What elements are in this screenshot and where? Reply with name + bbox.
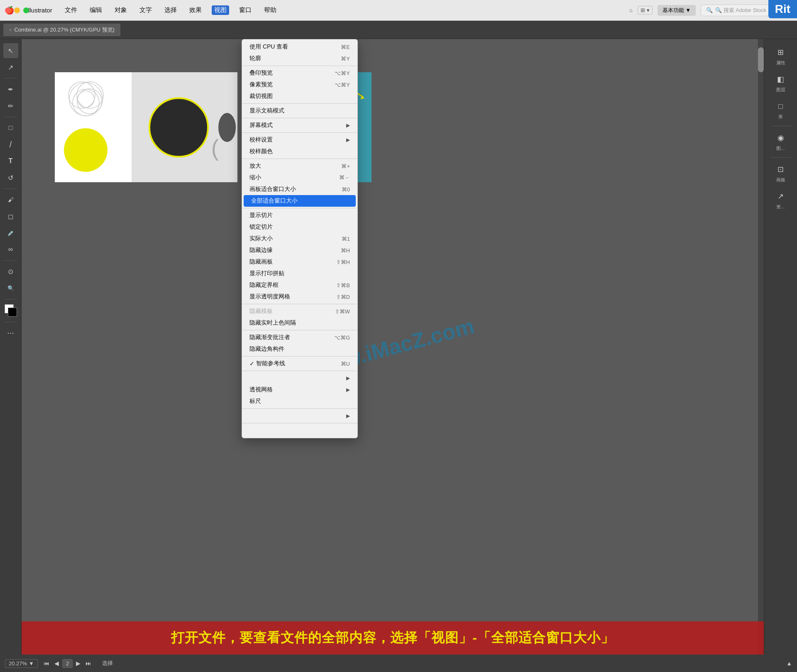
properties-icon: ⊞ <box>775 46 787 58</box>
panel-libraries[interactable]: □ 库 <box>766 97 795 123</box>
panel-properties[interactable]: ⊞ 属性 <box>766 43 795 69</box>
tool-line[interactable]: / <box>3 137 18 152</box>
tool-direct-selection[interactable]: ↗ <box>3 60 18 75</box>
menubar-help[interactable]: 帮助 <box>262 5 279 15</box>
color-swatch[interactable] <box>5 304 17 317</box>
more-tools-button[interactable]: ··· <box>7 328 14 337</box>
menu-show-grid[interactable] <box>242 425 357 436</box>
menu-hide-gradient-annotator[interactable]: 隐藏渐变批注者 ⌥⌘G <box>242 332 357 343</box>
artboard-1-left <box>55 72 132 182</box>
tool-rotate[interactable]: ↺ <box>3 170 18 185</box>
menu-sep-5 <box>242 159 357 159</box>
menu-outline[interactable]: 轮廓 ⌘Y <box>242 53 357 64</box>
layers-icon: ◧ <box>775 73 787 85</box>
panel-artboards[interactable]: ⊡ 画板 <box>766 160 795 186</box>
maximize-button[interactable] <box>23 7 29 13</box>
nav-next[interactable]: ▶ <box>74 659 82 667</box>
menu-sep-4 <box>242 132 357 133</box>
menu-perspective-grid[interactable]: ▶ <box>242 372 357 384</box>
menu-show-print-tiling[interactable]: 显示打印拼贴 <box>242 268 357 279</box>
menubar-file[interactable]: 文件 <box>62 5 80 15</box>
tool-pencil[interactable]: ✏ <box>3 98 18 113</box>
menubar-edit[interactable]: 编辑 <box>87 5 105 15</box>
home-icon[interactable]: ⌂ <box>629 7 633 13</box>
circles-outline-svg <box>65 78 107 120</box>
minimize-button[interactable] <box>14 7 20 13</box>
bracket-char: ( <box>211 137 219 159</box>
menubar-view[interactable]: 视图 <box>212 5 229 15</box>
tool-separator-3 <box>5 188 17 189</box>
menu-show-slices[interactable]: 显示切片 <box>242 210 357 221</box>
menu-zoom-out[interactable]: 缩小 ⌘－ <box>242 172 357 183</box>
menu-crop-view[interactable]: 裁切视图 <box>242 90 357 102</box>
tool-type[interactable]: T <box>3 154 18 169</box>
menu-smart-guides[interactable]: ✓智能参考线 ⌘U <box>242 358 357 369</box>
layout-switcher[interactable]: ⊞ ▾ <box>638 6 653 15</box>
menubar-type[interactable]: 文字 <box>137 5 154 15</box>
menu-guides[interactable]: ▶ <box>242 410 357 422</box>
nav-first[interactable]: ⏮ <box>42 659 51 667</box>
menu-hide-bounding-box[interactable]: 隐藏定界框 ⇧⌘B <box>242 279 357 291</box>
menu-overprint-preview[interactable]: 叠印预览 ⌥⌘Y <box>242 67 357 79</box>
tool-selection[interactable]: ↖ <box>3 43 18 58</box>
menubar-object[interactable]: 对象 <box>112 5 130 15</box>
menu-hide-edges[interactable]: 隐藏边缘 ⌘H <box>242 244 357 256</box>
menu-pixel-preview[interactable]: 像素预览 ⌥⌘Y <box>242 79 357 90</box>
menubar-effect[interactable]: 效果 <box>187 5 204 15</box>
menubar-select[interactable]: 选择 <box>162 5 179 15</box>
status-arrow[interactable]: ▲ <box>786 660 792 667</box>
page-number[interactable]: 2 <box>62 659 73 668</box>
menu-zoom-in[interactable]: 放大 ⌘+ <box>242 160 357 172</box>
stroke-color[interactable] <box>8 308 17 317</box>
panel-separator-1 <box>770 126 791 126</box>
menu-hide-live-paint-gaps[interactable]: 隐藏实时上色间隔 <box>242 317 357 329</box>
menu-hide-artboards[interactable]: 隐藏画板 ⇧⌘H <box>242 256 357 268</box>
workspace-button[interactable]: 基本功能 ▼ <box>658 5 696 16</box>
menu-show-transparency-grid[interactable]: 显示透明度网格 ⇧⌘D <box>242 291 357 303</box>
page-navigation: ⏮ ◀ 2 ▶ ⏭ <box>42 659 93 668</box>
document-tab[interactable]: × Combine.ai @ 20.27% (CMYK/GPU 预览) <box>3 24 120 36</box>
tool-eyedropper[interactable]: 💉 <box>3 225 18 240</box>
menu-proof-colors[interactable]: 校样颜色 <box>242 146 357 157</box>
tool-zoom[interactable]: 🔍 <box>3 281 18 296</box>
menu-lock-slices[interactable]: 锁定切片 <box>242 221 357 233</box>
menu-screen-mode[interactable]: 屏幕模式 ▶ <box>242 120 357 131</box>
statusbar: 20.27% ▼ ⏮ ◀ 2 ▶ ⏭ 选择 ▲ <box>0 655 797 672</box>
tool-rectangle[interactable]: □ <box>3 120 18 135</box>
panel-separator-2 <box>770 157 791 158</box>
selection-mode: 选择 <box>102 660 113 667</box>
menu-proof-setup[interactable]: 校样设置 ▶ <box>242 134 357 146</box>
zoom-level[interactable]: 20.27% ▼ <box>5 659 38 668</box>
menu-fit-all[interactable]: 全部适合窗口大小 <box>244 195 356 207</box>
nav-prev[interactable]: ◀ <box>53 659 61 667</box>
panel-layers[interactable]: ◧ 图层 <box>766 70 795 96</box>
scrollbar-thumb[interactable] <box>758 47 764 72</box>
tab-close-icon[interactable]: × <box>9 27 12 32</box>
menu-actual-size[interactable]: 实际大小 ⌘1 <box>242 233 357 244</box>
menu-sep-8 <box>242 330 357 330</box>
libraries-icon: □ <box>775 100 787 112</box>
menu-use-cpu[interactable]: 使用 CPU 查看 ⌘E <box>242 41 357 53</box>
menubar-window[interactable]: 窗口 <box>237 5 254 15</box>
right-panel: ⊞ 属性 ◧ 图层 □ 库 ◉ 图... ⊡ 画板 ↗ 资... <box>764 39 797 655</box>
menu-fit-artboard[interactable]: 画板适合窗口大小 ⌘0 <box>242 183 357 195</box>
menu-sep-1 <box>242 66 357 66</box>
tool-brush[interactable]: 🖌 <box>3 192 18 207</box>
artboards-icon: ⊡ <box>775 164 787 175</box>
tool-pen[interactable]: ✒ <box>3 82 18 97</box>
logo-area: Rit <box>768 0 797 18</box>
close-button[interactable] <box>5 7 11 13</box>
menu-hide-text-threads[interactable]: 标尺 <box>242 396 357 407</box>
panel-assets[interactable]: ↗ 资... <box>766 187 795 213</box>
menu-hide-corner-widget[interactable]: 隐藏边角构件 <box>242 343 357 355</box>
panel-image-trace[interactable]: ◉ 图... <box>766 129 795 155</box>
nav-next-last[interactable]: ⏭ <box>84 659 93 667</box>
assets-icon: ↗ <box>775 191 787 202</box>
menu-presentation-mode[interactable]: 显示文稿模式 <box>242 105 357 117</box>
tool-lasso[interactable]: ⊙ <box>3 264 18 279</box>
tool-blend[interactable]: ∞ <box>3 242 18 257</box>
menu-sep-3 <box>242 118 357 118</box>
tool-eraser[interactable]: ◻ <box>3 209 18 224</box>
menu-rulers[interactable]: 透视网格 ▶ <box>242 384 357 396</box>
tool-separator-4 <box>5 260 17 261</box>
